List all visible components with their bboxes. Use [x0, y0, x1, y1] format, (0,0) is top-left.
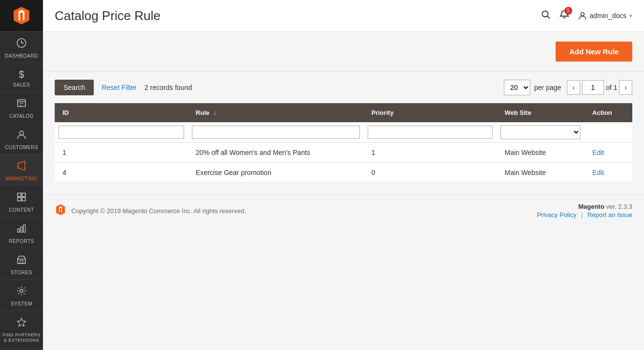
cell-website-1: Main Website	[497, 143, 584, 163]
sidebar-item-system[interactable]: SYSTEM	[0, 280, 43, 311]
stores-icon	[16, 254, 27, 268]
sidebar-item-marketing[interactable]: MARKETING	[0, 154, 43, 186]
sidebar-item-reports-label: REPORTS	[9, 239, 34, 244]
filter-website-select[interactable]: Main Website	[500, 125, 581, 139]
svg-marker-0	[14, 7, 29, 24]
system-icon	[16, 285, 27, 299]
sort-icon: ↓	[213, 109, 217, 116]
page-input[interactable]	[582, 80, 604, 95]
table-header-row: ID Rule ↓ Priority Web Site Action	[55, 103, 632, 122]
sidebar-item-stores-label: STORES	[11, 270, 32, 275]
prev-page-button[interactable]: ‹	[567, 80, 580, 95]
main-content: Catalog Price Rule 1 adm	[43, 0, 644, 350]
page-of: of 1	[606, 84, 617, 91]
sidebar-item-sales-label: SALES	[13, 82, 30, 88]
sidebar-item-dashboard[interactable]: DASHBOARD	[0, 32, 43, 63]
action-bar: Add New Rule	[43, 32, 644, 72]
cell-website-2: Main Website	[497, 163, 584, 183]
catalog-price-rules-table: ID Rule ↓ Priority Web Site Action	[55, 103, 632, 183]
filter-row: Main Website	[55, 122, 632, 143]
sidebar-item-marketing-label: MARKETING	[6, 176, 37, 181]
footer-separator: |	[581, 211, 582, 219]
sidebar-item-catalog-label: CATALOG	[9, 113, 34, 119]
notification-button[interactable]: 1	[560, 10, 569, 22]
grid-controls: Search Reset Filter 2 records found 20 3…	[43, 72, 644, 103]
search-button[interactable]	[541, 10, 551, 22]
cell-id-1: 1	[55, 143, 188, 163]
sidebar-item-partners-label: FIND PARTNERS& EXTENSIONS	[2, 332, 41, 343]
sidebar-item-customers-label: CUSTOMERS	[5, 145, 38, 150]
page-title: Catalog Price Rule	[55, 8, 161, 23]
footer-copyright: Copyright © 2019 Magento Commerce Inc. A…	[71, 207, 246, 215]
user-menu[interactable]: admin_docs ▾	[578, 11, 633, 20]
records-found: 2 records found	[145, 84, 192, 91]
sidebar-item-content-label: CONTENT	[9, 207, 34, 213]
sidebar-item-partners[interactable]: FIND PARTNERS& EXTENSIONS	[0, 311, 43, 350]
svg-marker-19	[56, 204, 65, 215]
sidebar: DASHBOARD $ SALES CATALOG CUSTOMERS	[0, 0, 43, 350]
grid-wrap: ID Rule ↓ Priority Web Site Action	[43, 103, 644, 195]
cell-rule-1: 20% off all Women's and Men's Pants	[188, 143, 364, 163]
svg-rect-7	[22, 193, 25, 197]
footer-version-line: Magento ver. 2.3.3	[537, 203, 632, 210]
sidebar-item-system-label: SYSTEM	[11, 301, 32, 306]
sidebar-item-stores[interactable]: STORES	[0, 248, 43, 280]
filter-id-cell	[55, 122, 188, 143]
edit-link-2[interactable]: Edit	[592, 169, 604, 176]
svg-rect-10	[18, 229, 20, 232]
sidebar-item-customers[interactable]: CUSTOMERS	[0, 123, 43, 154]
sidebar-item-catalog[interactable]: CATALOG	[0, 92, 43, 123]
content-area: Add New Rule Search Reset Filter 2 recor…	[43, 32, 644, 350]
svg-rect-12	[23, 225, 25, 232]
partners-icon	[16, 317, 27, 330]
filter-website-cell: Main Website	[497, 122, 584, 143]
edit-link-1[interactable]: Edit	[592, 149, 604, 156]
topbar-right: 1 admin_docs ▾	[541, 10, 633, 22]
svg-marker-5	[18, 161, 25, 170]
report-issue-link[interactable]: Report an Issue	[587, 211, 632, 219]
cell-rule-2: Exercise Gear promotion	[188, 163, 364, 183]
user-chevron-icon: ▾	[629, 13, 632, 19]
marketing-icon	[16, 160, 27, 174]
svg-point-15	[20, 289, 23, 292]
svg-rect-6	[18, 193, 21, 197]
per-page-select[interactable]: 20 30 50	[504, 80, 530, 95]
filter-rule-cell	[188, 122, 364, 143]
footer: Copyright © 2019 Magento Commerce Inc. A…	[43, 195, 644, 226]
search-button[interactable]: Search	[55, 80, 94, 95]
filter-id-input[interactable]	[59, 126, 184, 139]
catalog-icon	[16, 98, 27, 111]
add-new-rule-button[interactable]: Add New Rule	[556, 42, 632, 62]
sidebar-logo	[0, 0, 43, 32]
sidebar-item-content[interactable]: CONTENT	[0, 186, 43, 217]
svg-point-4	[20, 131, 23, 135]
topbar: Catalog Price Rule 1 adm	[43, 0, 644, 32]
table-row: 1 20% off all Women's and Men's Pants 1 …	[55, 143, 632, 163]
col-website: Web Site	[497, 103, 584, 122]
svg-rect-13	[18, 259, 25, 263]
notification-badge: 1	[564, 7, 572, 15]
cell-priority-1: 1	[364, 143, 497, 163]
cell-action-1: Edit	[584, 143, 632, 163]
filter-priority-input[interactable]	[368, 126, 493, 139]
privacy-policy-link[interactable]: Privacy Policy	[537, 211, 577, 219]
next-page-button[interactable]: ›	[619, 80, 632, 95]
customers-icon	[16, 129, 27, 143]
svg-rect-8	[18, 197, 21, 201]
content-icon	[16, 192, 27, 205]
svg-point-18	[581, 13, 584, 16]
col-priority: Priority	[364, 103, 497, 122]
reset-filter-button[interactable]: Reset Filter	[100, 80, 139, 95]
sidebar-item-sales[interactable]: $ SALES	[0, 63, 43, 92]
sidebar-item-reports[interactable]: REPORTS	[0, 217, 43, 248]
col-rule[interactable]: Rule ↓	[188, 103, 364, 122]
footer-brand: Magento	[578, 203, 604, 210]
cell-id-2: 4	[55, 163, 188, 183]
filter-rule-input[interactable]	[192, 126, 360, 139]
reports-icon	[16, 223, 27, 237]
col-action: Action	[584, 103, 632, 122]
cell-action-2: Edit	[584, 163, 632, 183]
svg-marker-16	[18, 318, 26, 327]
pagination: ‹ of 1 ›	[567, 80, 632, 95]
footer-links: Privacy Policy | Report an Issue	[537, 211, 632, 219]
